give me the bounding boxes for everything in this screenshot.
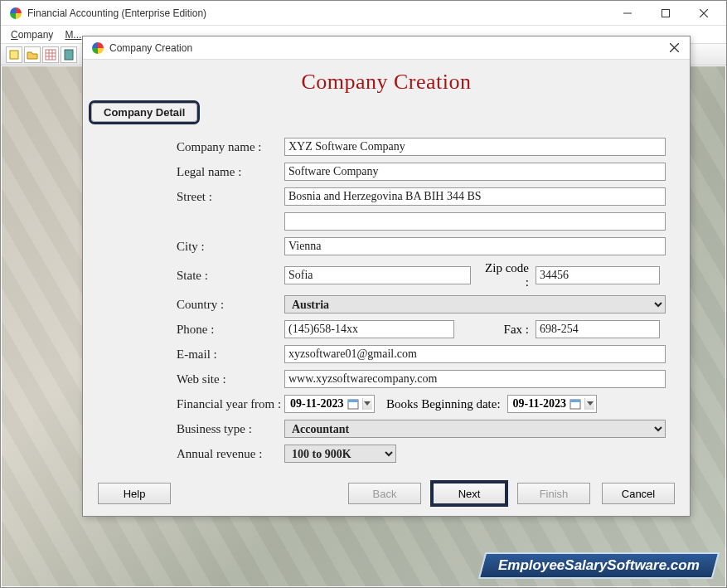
label-city: City :: [177, 240, 284, 254]
label-annual-revenue: Annual revenue :: [177, 447, 284, 461]
annual-revenue-select[interactable]: 100 to 900K: [284, 445, 396, 463]
books-begin-value: 09-11-2023: [513, 397, 567, 411]
fy-from-datepicker[interactable]: 09-11-2023: [284, 395, 375, 413]
chevron-down-icon: [362, 398, 372, 410]
zip-field[interactable]: [536, 266, 660, 284]
close-button[interactable]: [685, 1, 723, 26]
label-website: Web site :: [177, 372, 284, 386]
label-street: Street :: [177, 190, 284, 204]
company-name-field[interactable]: [284, 138, 666, 156]
form-area: Company name : Legal name : Street : Cit…: [93, 121, 680, 469]
watermark: EmployeeSalarySoftware.com: [478, 552, 720, 579]
label-fax: Fax :: [454, 323, 536, 337]
toolbar-grid-icon[interactable]: [42, 46, 59, 63]
company-creation-dialog: Company Creation Company Creation Compan…: [82, 36, 691, 517]
back-button[interactable]: Back: [348, 483, 421, 504]
label-fy-from: Financial year from :: [177, 397, 284, 411]
state-field[interactable]: [284, 266, 471, 284]
toolbar-open-icon[interactable]: [24, 46, 41, 63]
country-select[interactable]: Austria: [284, 295, 666, 313]
dialog-titlebar: Company Creation: [83, 36, 690, 60]
dialog-close-button[interactable]: [662, 38, 686, 58]
svg-rect-1: [10, 51, 18, 59]
help-button[interactable]: Help: [98, 483, 171, 504]
books-begin-datepicker[interactable]: 09-11-2023: [507, 395, 598, 413]
label-zip: Zip code :: [471, 261, 536, 289]
fax-field[interactable]: [536, 320, 660, 338]
dialog-title: Company Creation: [109, 42, 662, 54]
toolbar-new-icon[interactable]: [6, 46, 22, 63]
toolbar-calc-icon[interactable]: [61, 46, 77, 63]
svg-rect-7: [570, 400, 580, 402]
fy-from-value: 09-11-2023: [290, 397, 344, 411]
minimize-button[interactable]: [608, 1, 647, 26]
watermark-text: EmployeeSalarySoftware.com: [498, 557, 700, 574]
svg-rect-5: [348, 400, 358, 402]
calendar-icon: [569, 398, 581, 410]
label-country: Country :: [177, 298, 284, 312]
dialog-icon: [91, 41, 104, 55]
dialog-body: Company Creation Company Detail Company …: [83, 60, 690, 469]
finish-button[interactable]: Finish: [517, 483, 590, 504]
city-field[interactable]: [284, 237, 666, 255]
main-titlebar: Financial Accounting (Enterprise Edition…: [1, 1, 726, 26]
label-books-begin: Books Beginning date:: [375, 397, 507, 411]
website-field[interactable]: [284, 370, 666, 388]
business-type-select[interactable]: Accountant: [284, 420, 666, 438]
dialog-heading: Company Creation: [93, 70, 680, 95]
legal-name-field[interactable]: [284, 163, 666, 181]
svg-rect-2: [46, 50, 56, 60]
window-controls: [608, 1, 723, 26]
street1-field[interactable]: [284, 187, 666, 206]
label-legal-name: Legal name :: [177, 165, 284, 179]
next-button[interactable]: Next: [433, 483, 506, 504]
svg-rect-3: [65, 50, 73, 60]
menu-more[interactable]: M...: [65, 29, 81, 41]
email-field[interactable]: [284, 345, 666, 363]
label-phone: Phone :: [177, 323, 284, 337]
main-window: Financial Accounting (Enterprise Edition…: [0, 0, 727, 588]
svg-rect-0: [662, 9, 670, 17]
main-window-title: Financial Accounting (Enterprise Edition…: [27, 7, 608, 19]
menu-company[interactable]: Company: [11, 29, 53, 41]
street2-field[interactable]: [284, 212, 666, 231]
maximize-button[interactable]: [647, 1, 685, 26]
label-company-name: Company name :: [177, 140, 284, 154]
label-state: State :: [177, 269, 284, 283]
dialog-button-row: Help Back Next Finish Cancel: [83, 483, 690, 504]
chevron-down-icon: [584, 398, 594, 410]
label-business-type: Business type :: [177, 422, 284, 436]
label-email: E-mail :: [177, 347, 284, 362]
app-icon: [9, 7, 22, 20]
phone-field[interactable]: [284, 320, 454, 338]
calendar-icon: [347, 398, 359, 410]
tab-company-detail[interactable]: Company Detail: [91, 103, 197, 122]
cancel-button[interactable]: Cancel: [602, 483, 675, 504]
